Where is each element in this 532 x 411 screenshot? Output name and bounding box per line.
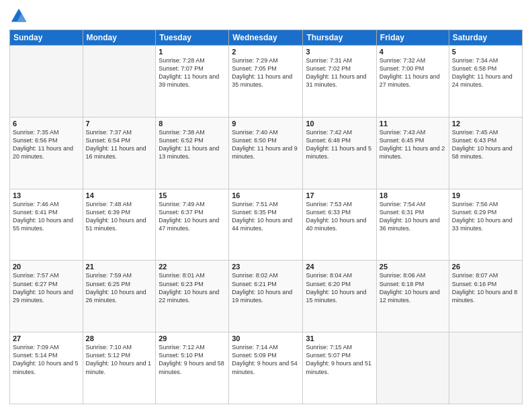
day-info: Sunrise: 7:14 AMSunset: 5:09 PMDaylight:… [232,343,300,376]
day-number: 16 [232,191,300,199]
day-info: Sunrise: 7:46 AMSunset: 6:41 PMDaylight:… [13,200,80,233]
calendar-cell [10,46,83,118]
day-number: 3 [306,48,373,56]
logo [9,7,31,26]
calendar-cell: 19Sunrise: 7:56 AMSunset: 6:29 PMDayligh… [449,189,522,261]
day-info: Sunrise: 7:49 AMSunset: 6:37 PMDaylight:… [159,200,226,233]
day-number: 25 [380,263,446,271]
weekday-header-wednesday: Wednesday [229,30,303,46]
day-number: 7 [86,120,153,128]
day-number: 2 [232,48,300,56]
calendar-cell: 6Sunrise: 7:35 AMSunset: 6:56 PMDaylight… [10,117,83,189]
day-number: 23 [232,263,300,271]
day-info: Sunrise: 7:54 AMSunset: 6:31 PMDaylight:… [380,200,446,233]
calendar-cell: 18Sunrise: 7:54 AMSunset: 6:31 PMDayligh… [376,189,449,261]
day-number: 28 [86,334,153,342]
day-info: Sunrise: 7:10 AMSunset: 5:12 PMDaylight:… [86,343,153,376]
calendar-cell [83,46,156,118]
calendar-cell: 23Sunrise: 8:02 AMSunset: 6:21 PMDayligh… [229,261,303,332]
day-number: 10 [306,120,373,128]
calendar-table: SundayMondayTuesdayWednesdayThursdayFrid… [9,30,523,404]
calendar-week-row: 20Sunrise: 7:57 AMSunset: 6:27 PMDayligh… [10,261,523,332]
day-number: 31 [306,334,373,342]
calendar-cell: 5Sunrise: 7:34 AMSunset: 6:58 PMDaylight… [449,46,522,118]
weekday-header-monday: Monday [83,30,156,46]
day-info: Sunrise: 7:48 AMSunset: 6:39 PMDaylight:… [86,200,153,233]
weekday-header-friday: Friday [376,30,449,46]
calendar-cell: 9Sunrise: 7:40 AMSunset: 6:50 PMDaylight… [229,117,303,189]
weekday-header-row: SundayMondayTuesdayWednesdayThursdayFrid… [10,30,523,46]
day-number: 12 [452,120,519,128]
calendar-cell: 11Sunrise: 7:43 AMSunset: 6:45 PMDayligh… [376,117,449,189]
day-info: Sunrise: 7:32 AMSunset: 7:00 PMDaylight:… [380,56,446,89]
calendar-cell [376,332,449,404]
day-number: 1 [159,48,226,56]
calendar-cell: 14Sunrise: 7:48 AMSunset: 6:39 PMDayligh… [83,189,156,261]
calendar-cell: 8Sunrise: 7:38 AMSunset: 6:52 PMDaylight… [156,117,229,189]
calendar-cell: 13Sunrise: 7:46 AMSunset: 6:41 PMDayligh… [10,189,83,261]
calendar-cell: 16Sunrise: 7:51 AMSunset: 6:35 PMDayligh… [229,189,303,261]
day-number: 9 [232,120,300,128]
day-info: Sunrise: 7:37 AMSunset: 6:54 PMDaylight:… [86,128,153,161]
calendar-cell: 3Sunrise: 7:31 AMSunset: 7:02 PMDaylight… [303,46,376,118]
day-info: Sunrise: 7:28 AMSunset: 7:07 PMDaylight:… [159,56,226,89]
day-number: 8 [159,120,226,128]
calendar-cell: 7Sunrise: 7:37 AMSunset: 6:54 PMDaylight… [83,117,156,189]
day-number: 17 [306,191,373,199]
header [9,7,523,26]
day-number: 5 [452,48,519,56]
calendar-cell: 12Sunrise: 7:45 AMSunset: 6:43 PMDayligh… [449,117,522,189]
day-number: 18 [380,191,446,199]
calendar-cell: 25Sunrise: 8:06 AMSunset: 6:18 PMDayligh… [376,261,449,332]
day-info: Sunrise: 7:43 AMSunset: 6:45 PMDaylight:… [380,128,446,161]
day-info: Sunrise: 8:02 AMSunset: 6:21 PMDaylight:… [232,271,300,304]
page: SundayMondayTuesdayWednesdayThursdayFrid… [0,0,532,411]
day-info: Sunrise: 7:42 AMSunset: 6:48 PMDaylight:… [306,128,373,161]
day-info: Sunrise: 7:45 AMSunset: 6:43 PMDaylight:… [452,128,519,161]
day-info: Sunrise: 7:34 AMSunset: 6:58 PMDaylight:… [452,56,519,89]
calendar-cell: 29Sunrise: 7:12 AMSunset: 5:10 PMDayligh… [156,332,229,404]
calendar-cell: 24Sunrise: 8:04 AMSunset: 6:20 PMDayligh… [303,261,376,332]
day-info: Sunrise: 7:56 AMSunset: 6:29 PMDaylight:… [452,200,519,233]
calendar-cell: 10Sunrise: 7:42 AMSunset: 6:48 PMDayligh… [303,117,376,189]
logo-icon [9,7,28,26]
day-info: Sunrise: 8:06 AMSunset: 6:18 PMDaylight:… [380,271,446,304]
calendar-cell: 2Sunrise: 7:29 AMSunset: 7:05 PMDaylight… [229,46,303,118]
day-info: Sunrise: 7:57 AMSunset: 6:27 PMDaylight:… [13,271,80,304]
day-info: Sunrise: 7:15 AMSunset: 5:07 PMDaylight:… [306,343,373,376]
calendar-cell: 20Sunrise: 7:57 AMSunset: 6:27 PMDayligh… [10,261,83,332]
weekday-header-sunday: Sunday [10,30,83,46]
day-info: Sunrise: 8:01 AMSunset: 6:23 PMDaylight:… [159,271,226,304]
calendar-cell: 1Sunrise: 7:28 AMSunset: 7:07 PMDaylight… [156,46,229,118]
calendar-week-row: 27Sunrise: 7:09 AMSunset: 5:14 PMDayligh… [10,332,523,404]
day-info: Sunrise: 7:31 AMSunset: 7:02 PMDaylight:… [306,56,373,89]
day-number: 22 [159,263,226,271]
day-info: Sunrise: 7:51 AMSunset: 6:35 PMDaylight:… [232,200,300,233]
day-info: Sunrise: 7:40 AMSunset: 6:50 PMDaylight:… [232,128,300,161]
weekday-header-thursday: Thursday [303,30,376,46]
day-number: 15 [159,191,226,199]
day-number: 6 [13,120,80,128]
day-info: Sunrise: 8:04 AMSunset: 6:20 PMDaylight:… [306,271,373,304]
day-info: Sunrise: 7:12 AMSunset: 5:10 PMDaylight:… [159,343,226,376]
day-number: 27 [13,334,80,342]
day-info: Sunrise: 7:53 AMSunset: 6:33 PMDaylight:… [306,200,373,233]
day-info: Sunrise: 8:07 AMSunset: 6:16 PMDaylight:… [452,271,519,304]
day-number: 29 [159,334,226,342]
day-info: Sunrise: 7:09 AMSunset: 5:14 PMDaylight:… [13,343,80,376]
calendar-cell: 26Sunrise: 8:07 AMSunset: 6:16 PMDayligh… [449,261,522,332]
calendar-cell [449,332,522,404]
day-info: Sunrise: 7:59 AMSunset: 6:25 PMDaylight:… [86,271,153,304]
calendar-cell: 15Sunrise: 7:49 AMSunset: 6:37 PMDayligh… [156,189,229,261]
day-number: 4 [380,48,446,56]
calendar-week-row: 1Sunrise: 7:28 AMSunset: 7:07 PMDaylight… [10,46,523,118]
calendar-cell: 21Sunrise: 7:59 AMSunset: 6:25 PMDayligh… [83,261,156,332]
calendar-week-row: 13Sunrise: 7:46 AMSunset: 6:41 PMDayligh… [10,189,523,261]
calendar-cell: 27Sunrise: 7:09 AMSunset: 5:14 PMDayligh… [10,332,83,404]
day-number: 14 [86,191,153,199]
day-number: 24 [306,263,373,271]
calendar-cell: 31Sunrise: 7:15 AMSunset: 5:07 PMDayligh… [303,332,376,404]
day-number: 11 [380,120,446,128]
day-number: 19 [452,191,519,199]
day-number: 26 [452,263,519,271]
